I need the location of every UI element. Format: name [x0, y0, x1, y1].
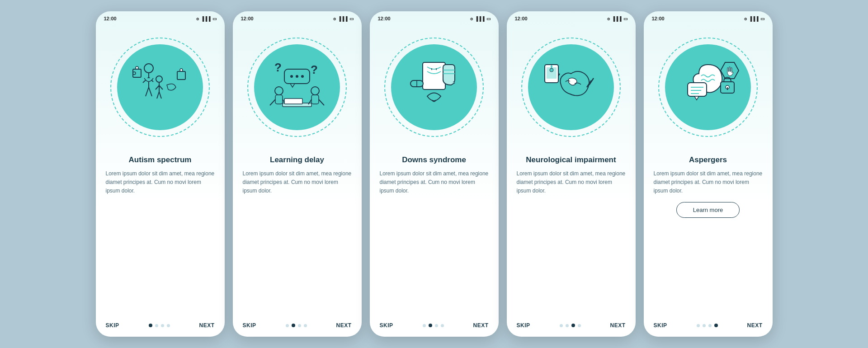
svg-point-16 [180, 69, 183, 71]
svg-line-9 [159, 85, 163, 89]
skip-btn-2[interactable]: SKIP [243, 322, 256, 329]
svg-line-11 [159, 92, 161, 99]
battery-icon-1: ▭ [212, 16, 217, 21]
svg-rect-25 [275, 95, 283, 104]
phone-aspergers: 12:00 ⌾ ▐▐▐ ▭ [644, 11, 773, 337]
svg-text:?: ? [274, 61, 282, 74]
signal-icon-1: ▐▐▐ [201, 16, 210, 21]
svg-rect-31 [311, 95, 319, 104]
svg-point-20 [290, 75, 293, 78]
battery-icon-2: ▭ [349, 16, 354, 21]
time-4: 12:00 [515, 16, 528, 21]
svg-line-26 [270, 99, 275, 105]
svg-rect-15 [177, 71, 185, 80]
dot-5-2 [703, 324, 706, 327]
svg-line-4 [146, 87, 149, 96]
phones-container: 12:00 ⌾ ▐▐▐ ▭ [96, 11, 773, 337]
bottom-nav-5: SKIP NEXT [644, 317, 773, 337]
dot-4-1 [560, 324, 563, 327]
svg-point-22 [301, 75, 304, 78]
illustration-area-4 [507, 24, 636, 150]
dots-3 [423, 324, 444, 327]
phone-autism: 12:00 ⌾ ▐▐▐ ▭ [96, 11, 225, 337]
next-btn-5[interactable]: NEXT [747, 322, 762, 329]
illustration-circle-4 [528, 44, 614, 130]
svg-rect-51 [688, 83, 707, 96]
downs-svg [398, 51, 470, 123]
next-btn-1[interactable]: NEXT [199, 322, 214, 329]
status-icons-1: ⌾ ▐▐▐ ▭ [196, 16, 216, 21]
signal-icon-4: ▐▐▐ [612, 16, 621, 21]
next-btn-4[interactable]: NEXT [610, 322, 625, 329]
content-area-2: Learning delay Lorem ipsum dolor sit dim… [233, 150, 362, 317]
dot-3-3 [435, 324, 438, 327]
signal-icon-5: ▐▐▐ [749, 16, 758, 21]
dot-4-4 [578, 324, 581, 327]
dot-5-1 [697, 324, 700, 327]
next-btn-2[interactable]: NEXT [336, 322, 351, 329]
card-body-5: Lorem ipsum dolor sit dim amet, mea regi… [654, 169, 763, 196]
dot-1-3 [161, 324, 164, 327]
svg-rect-29 [284, 99, 302, 104]
skip-btn-4[interactable]: SKIP [517, 322, 530, 329]
bottom-nav-3: SKIP NEXT [370, 317, 499, 337]
dot-2-1 [286, 324, 289, 327]
skip-btn-3[interactable]: SKIP [380, 322, 393, 329]
wifi-icon-4: ⌾ [607, 16, 610, 21]
next-btn-3[interactable]: NEXT [473, 322, 488, 329]
status-bar-2: 12:00 ⌾ ▐▐▐ ▭ [233, 11, 362, 24]
aspergers-svg [672, 51, 744, 123]
illustration-area-5 [644, 24, 773, 150]
status-bar-4: 12:00 ⌾ ▐▐▐ ▭ [507, 11, 636, 24]
phone-downs: 12:00 ⌾ ▐▐▐ ▭ [370, 11, 499, 337]
illustration-area-1 [96, 24, 225, 150]
svg-point-46 [551, 65, 552, 68]
wifi-icon-1: ⌾ [196, 16, 199, 21]
card-title-5: Aspergers [654, 155, 763, 165]
content-area-5: Aspergers Lorem ipsum dolor sit dim amet… [644, 150, 773, 317]
svg-point-30 [311, 87, 319, 95]
time-3: 12:00 [378, 16, 391, 21]
dot-4-2 [566, 324, 569, 327]
illustration-circle-1 [117, 44, 203, 130]
status-bar-3: 12:00 ⌾ ▐▐▐ ▭ [370, 11, 499, 24]
svg-point-24 [275, 87, 283, 95]
wifi-icon-2: ⌾ [333, 16, 336, 21]
card-body-1: Lorem ipsum dolor sit dim amet, mea regi… [106, 169, 215, 196]
svg-marker-52 [694, 96, 699, 100]
skip-btn-1[interactable]: SKIP [106, 322, 119, 329]
signal-icon-2: ▐▐▐ [338, 16, 347, 21]
bottom-nav-2: SKIP NEXT [233, 317, 362, 337]
dot-4-3 [571, 324, 575, 327]
neurological-svg [535, 51, 607, 123]
dot-2-3 [298, 324, 301, 327]
bottom-nav-1: SKIP NEXT [96, 317, 225, 337]
battery-icon-3: ▭ [486, 16, 491, 21]
status-bar-1: 12:00 ⌾ ▐▐▐ ▭ [96, 11, 225, 24]
skip-btn-5[interactable]: SKIP [654, 322, 667, 329]
svg-point-14 [133, 72, 136, 75]
status-bar-5: 12:00 ⌾ ▐▐▐ ▭ [644, 11, 773, 24]
svg-line-33 [319, 99, 324, 105]
svg-line-10 [157, 92, 159, 99]
svg-point-0 [144, 64, 153, 73]
time-2: 12:00 [241, 16, 254, 21]
svg-line-8 [156, 85, 159, 89]
status-icons-4: ⌾ ▐▐▐ ▭ [607, 16, 627, 21]
svg-point-21 [296, 75, 298, 78]
wifi-icon-3: ⌾ [470, 16, 473, 21]
dots-1 [149, 324, 170, 327]
time-1: 12:00 [104, 16, 117, 21]
phone-learning: 12:00 ⌾ ▐▐▐ ▭ ? ? [233, 11, 362, 337]
learn-more-button[interactable]: Learn more [676, 202, 740, 218]
phone-neurological: 12:00 ⌾ ▐▐▐ ▭ [507, 11, 636, 337]
status-icons-2: ⌾ ▐▐▐ ▭ [333, 16, 353, 21]
illustration-circle-2: ? ? [254, 44, 340, 130]
time-5: 12:00 [652, 16, 665, 21]
battery-icon-4: ▭ [623, 16, 627, 21]
svg-point-13 [136, 66, 138, 69]
status-icons-5: ⌾ ▐▐▐ ▭ [744, 16, 764, 21]
battery-icon-5: ▭ [760, 16, 764, 21]
card-body-2: Lorem ipsum dolor sit dim amet, mea regi… [243, 169, 352, 196]
dot-5-3 [708, 324, 712, 327]
